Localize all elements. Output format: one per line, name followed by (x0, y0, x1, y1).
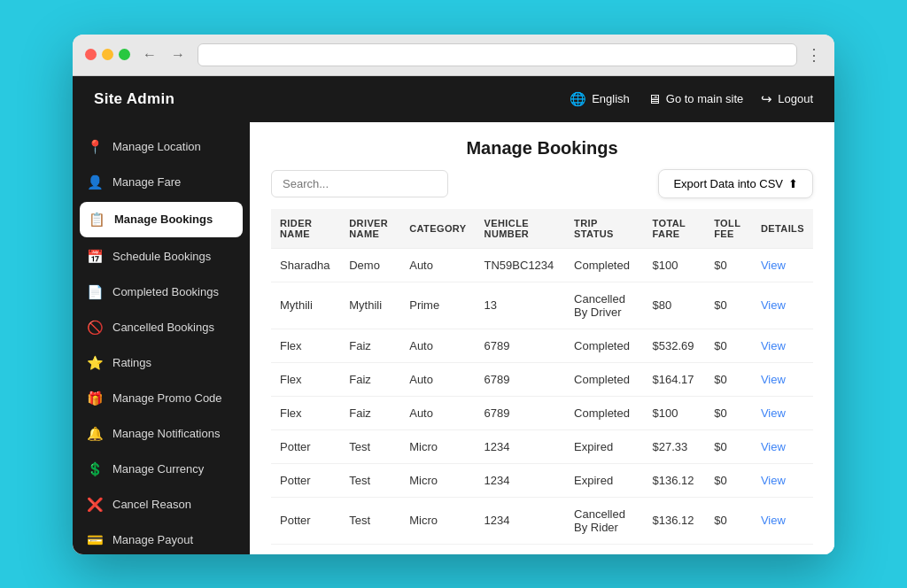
sidebar-label-manage-currency: Manage Currency (112, 462, 204, 476)
top-nav-right: 🌐 English 🖥 Go to main site ↪ Logout (570, 91, 813, 107)
browser-menu-button[interactable]: ⋮ (806, 45, 822, 65)
main-layout: 📍 Manage Location 👤 Manage Fare 📋 Manage… (73, 122, 834, 554)
sidebar-item-manage-promo-code[interactable]: 🎁 Manage Promo Code (73, 381, 250, 416)
category-cell: Auto (400, 362, 475, 396)
go-to-main-site-link[interactable]: 🖥 Go to main site (647, 91, 743, 106)
sidebar-label-manage-location: Manage Location (112, 140, 201, 153)
manage-bookings-icon: 📋 (89, 212, 105, 228)
table-row: FlexFaizAuto6789Completed$532.69$0View (271, 329, 813, 362)
driver-name-cell: Faiz (340, 396, 400, 429)
manage-fare-icon: 👤 (87, 174, 104, 190)
view-link-2[interactable]: View (761, 339, 786, 352)
vehicle-number-cell: 1234 (476, 463, 566, 497)
logout-link[interactable]: ↪ Logout (761, 91, 813, 107)
toll-fee-cell: $0 (705, 282, 752, 329)
col-vehicle-number: VEHICLE NUMBER (476, 209, 566, 249)
sidebar-item-manage-payout[interactable]: 💳 Manage Payout (73, 522, 250, 554)
trip-status-cell: Expired (565, 463, 643, 497)
sidebar-label-ratings: Ratings (112, 356, 151, 369)
cancelled-bookings-icon: 🚫 (87, 320, 104, 336)
category-cell: Auto (400, 329, 475, 362)
vehicle-number-cell: 13 (476, 282, 566, 329)
export-label: Export Data into CSV (673, 177, 783, 190)
sidebar-item-cancel-reason[interactable]: ❌ Cancel Reason (73, 487, 250, 522)
rider-name-cell: Potter (271, 429, 340, 463)
details-cell[interactable]: View (752, 329, 813, 362)
sidebar-item-manage-bookings[interactable]: 📋 Manage Bookings (80, 202, 243, 237)
dot-yellow[interactable] (102, 49, 113, 60)
table-row: SharadhaDemoAutoTN59BC1234Completed$100$… (271, 248, 813, 282)
total-fare-cell: $80 (644, 282, 706, 329)
vehicle-number-cell: 6789 (476, 396, 566, 429)
vehicle-number-cell: 6789 (476, 329, 566, 362)
sidebar-item-ratings[interactable]: ⭐ Ratings (73, 345, 250, 381)
total-fare-cell: $136.12 (644, 463, 706, 497)
sidebar: 📍 Manage Location 👤 Manage Fare 📋 Manage… (73, 122, 250, 554)
trip-status-cell: Expired (565, 429, 643, 463)
sidebar-label-manage-promo-code: Manage Promo Code (112, 391, 222, 405)
view-link-7[interactable]: View (761, 514, 786, 527)
content-area: Manage Bookings Export Data into CSV ⬆ R… (250, 122, 834, 554)
export-csv-button[interactable]: Export Data into CSV ⬆ (658, 169, 813, 198)
details-cell[interactable]: View (752, 497, 813, 544)
view-link-5[interactable]: View (761, 440, 786, 453)
dot-green[interactable] (119, 49, 130, 60)
details-cell[interactable]: View (752, 463, 813, 497)
view-link-3[interactable]: View (761, 373, 786, 386)
rider-name-cell: Potter (271, 497, 340, 544)
category-cell: Auto (400, 248, 475, 282)
browser-window: ← → ⋮ Site Admin 🌐 English 🖥 Go to main … (73, 35, 834, 554)
sidebar-item-completed-bookings[interactable]: 📄 Completed Bookings (73, 275, 250, 310)
driver-name-cell: Test (340, 463, 400, 497)
category-cell: Auto (400, 396, 475, 429)
toll-fee-cell: $0 (705, 497, 752, 544)
sidebar-item-manage-notifications[interactable]: 🔔 Manage Notifications (73, 416, 250, 452)
back-button[interactable]: ← (139, 45, 160, 65)
forward-button[interactable]: → (167, 45, 189, 65)
col-category: CATEGORY (400, 209, 475, 249)
globe-icon: 🌐 (570, 91, 586, 107)
sidebar-label-manage-fare: Manage Fare (112, 175, 181, 189)
details-cell[interactable]: View (752, 248, 813, 282)
toll-fee-cell: $0 (705, 396, 752, 429)
toolbar: Export Data into CSV ⬆ (250, 169, 834, 209)
category-cell: Micro (400, 463, 475, 497)
table-row: PotterTestMicro1234Cancelled By Rider$13… (271, 497, 813, 544)
dot-red[interactable] (85, 49, 97, 60)
sidebar-label-completed-bookings: Completed Bookings (112, 285, 219, 298)
view-link-1[interactable]: View (761, 298, 786, 312)
category-cell: Prime (400, 282, 475, 329)
view-link-0[interactable]: View (761, 259, 786, 272)
vehicle-number-cell: 6789 (476, 362, 566, 396)
search-input[interactable] (271, 170, 448, 197)
total-fare-cell: $100 (644, 248, 706, 282)
details-cell[interactable]: View (752, 362, 813, 396)
completed-bookings-icon: 📄 (87, 284, 104, 300)
sidebar-item-manage-location[interactable]: 📍 Manage Location (73, 129, 250, 165)
col-trip-status: TRIP STATUS (565, 209, 643, 249)
external-link-icon: 🖥 (647, 91, 661, 106)
toll-fee-cell: $0 (705, 463, 752, 497)
sidebar-item-manage-currency[interactable]: 💲 Manage Currency (73, 452, 250, 487)
ratings-icon: ⭐ (87, 355, 104, 371)
language-selector[interactable]: 🌐 English (570, 91, 630, 107)
col-toll-fee: TOLL FEE (705, 209, 752, 249)
trip-status-cell: Cancelled By Driver (565, 282, 643, 329)
sidebar-item-manage-fare[interactable]: 👤 Manage Fare (73, 165, 250, 200)
sidebar-item-schedule-bookings[interactable]: 📅 Schedule Bookings (73, 239, 250, 275)
col-total-fare: TOTAL FARE (644, 209, 706, 249)
language-label: English (592, 92, 630, 105)
manage-payout-icon: 💳 (87, 532, 104, 548)
sidebar-label-manage-payout: Manage Payout (112, 533, 193, 546)
total-fare-cell: $136.12 (644, 497, 706, 544)
view-link-6[interactable]: View (761, 474, 786, 487)
details-cell[interactable]: View (752, 429, 813, 463)
sidebar-item-cancelled-bookings[interactable]: 🚫 Cancelled Bookings (73, 310, 250, 345)
go-to-main-site-label: Go to main site (666, 92, 743, 105)
details-cell[interactable]: View (752, 396, 813, 429)
view-link-4[interactable]: View (761, 406, 786, 420)
details-cell[interactable]: View (752, 282, 813, 329)
manage-notifications-icon: 🔔 (87, 426, 104, 442)
col-rider-name: RIDER NAME (271, 209, 340, 249)
address-bar[interactable] (198, 43, 797, 66)
